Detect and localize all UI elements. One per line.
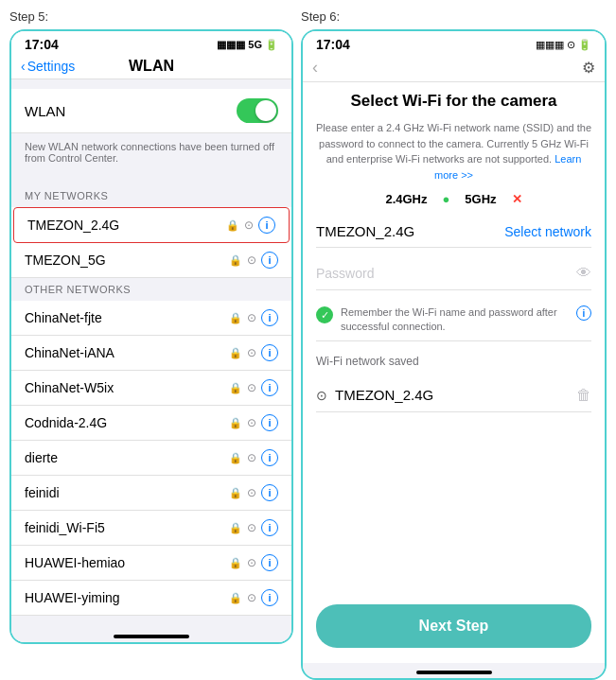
info-icon[interactable]: i xyxy=(261,589,278,606)
ghz-5-label: 5GHz xyxy=(465,192,496,206)
net-icons: 🔒 ⊙ i xyxy=(229,484,278,501)
step5-back-label: Settings xyxy=(27,59,76,74)
step5-nav-bar: ‹ Settings WLAN xyxy=(11,54,291,79)
step5-back-button[interactable]: ‹ Settings xyxy=(21,59,75,74)
next-step-button[interactable]: Next Step xyxy=(316,604,591,648)
s6-remember-row: ✓ Remember the Wi-Fi name and password a… xyxy=(316,300,591,341)
step6-battery-icon: 🔋 xyxy=(578,39,591,51)
info-icon[interactable]: i xyxy=(261,519,278,536)
step5-battery-icon: 🔋 xyxy=(265,39,278,51)
info-icon[interactable]: i xyxy=(261,554,278,571)
lock-icon: 🔒 xyxy=(229,382,242,394)
step6-home-indicator xyxy=(303,663,605,678)
info-icon-5g[interactable]: i xyxy=(261,252,278,269)
tmezon24-icons: 🔒 ⊙ i xyxy=(226,217,275,234)
s6-saved-row: ⊙ TMEZON_2.4G 🗑 xyxy=(316,379,591,412)
network-item[interactable]: ChinaNet-fjte 🔒 ⊙ i xyxy=(11,301,291,336)
s6-select-network-link[interactable]: Select network xyxy=(504,224,591,239)
network-item-tmezon24[interactable]: TMEZON_2.4G 🔒 ⊙ i xyxy=(13,207,290,243)
wifi-icon: ⊙ xyxy=(247,556,256,569)
s6-remember-text: Remember the Wi-Fi name and password aft… xyxy=(341,305,569,335)
net-icons: 🔒 ⊙ i xyxy=(229,414,278,431)
ghz-5-dot: ✕ xyxy=(512,192,522,206)
step5-phone-frame: 17:04 ▦▦▦ 5G 🔋 ‹ Settings WLAN xyxy=(9,29,293,644)
step6-signal-icon: ▦▦▦ xyxy=(536,39,564,51)
step6-right-icon[interactable]: ⚙ xyxy=(582,59,595,77)
network-item[interactable]: feinidi_Wi-Fi5 🔒 ⊙ i xyxy=(11,511,291,546)
network-item-tmezon5g[interactable]: TMEZON_5G 🔒 ⊙ i xyxy=(11,243,291,278)
step6-screen: 17:04 ▦▦▦ ⊙ 🔋 ‹ ⚙ Select Wi xyxy=(303,31,605,678)
network-item[interactable]: Codnida-2.4G 🔒 ⊙ i xyxy=(11,406,291,441)
lock-icon: 🔒 xyxy=(229,312,242,324)
my-networks-list: TMEZON_2.4G 🔒 ⊙ i TMEZON_5G 🔒 xyxy=(11,207,291,278)
lock-icon: 🔒 xyxy=(229,347,242,359)
step5-signal-icon: ▦▦▦ xyxy=(217,39,245,51)
wifi-icon: ⊙ xyxy=(247,451,256,464)
step5-network-type: 5G xyxy=(248,39,262,50)
network-name: Codnida-2.4G xyxy=(25,415,229,430)
network-name: ChinaNet-iANA xyxy=(25,345,229,360)
lock-icon: 🔒 xyxy=(229,592,242,604)
s6-spacer xyxy=(316,422,591,595)
lock-icon: 🔒 xyxy=(229,522,242,534)
lock-icon: 🔒 xyxy=(229,487,242,499)
step6-desc-text: Please enter a 2.4 GHz Wi-Fi network nam… xyxy=(316,122,591,165)
network-name: feinidi xyxy=(25,485,229,500)
s6-password-placeholder[interactable]: Password xyxy=(316,266,576,281)
step6-back-arrow[interactable]: ‹ xyxy=(312,58,318,78)
s6-saved-name: TMEZON_2.4G xyxy=(335,387,569,403)
s6-remember-check: ✓ xyxy=(316,306,333,323)
network-item[interactable]: dierte 🔒 ⊙ i xyxy=(11,441,291,476)
s6-info-icon[interactable]: i xyxy=(576,305,591,321)
s6-network-name: TMEZON_2.4G xyxy=(316,223,414,239)
step5-screen: 17:04 ▦▦▦ 5G 🔋 ‹ Settings WLAN xyxy=(11,31,291,642)
network-item[interactable]: ChinaNet-iANA 🔒 ⊙ i xyxy=(11,336,291,371)
other-networks-list: ChinaNet-fjte 🔒 ⊙ i ChinaNet-iANA xyxy=(11,301,291,616)
network-item[interactable]: HUAWEI-yiming 🔒 ⊙ i xyxy=(11,581,291,616)
step5-nav-title: WLAN xyxy=(129,58,174,75)
ghz-24-label: 2.4GHz xyxy=(385,192,427,206)
network-item[interactable]: ChinaNet-W5ix 🔒 ⊙ i xyxy=(11,371,291,406)
step5-back-arrow: ‹ xyxy=(21,59,26,74)
info-icon[interactable]: i xyxy=(261,449,278,466)
wifi-icon: ⊙ xyxy=(244,218,254,232)
network-name: HUAWEI-yiming xyxy=(25,590,229,605)
step5-status-icons: ▦▦▦ 5G 🔋 xyxy=(217,39,278,51)
step6-nav-bar: ‹ ⚙ xyxy=(303,54,605,82)
step6-wrapper: Step 6: 17:04 ▦▦▦ ⊙ 🔋 ‹ xyxy=(301,9,607,680)
wlan-label: WLAN xyxy=(25,103,65,119)
info-icon[interactable]: i xyxy=(261,344,278,361)
s6-eye-icon[interactable]: 👁 xyxy=(576,265,591,282)
lock-icon: 🔒 xyxy=(226,219,239,232)
other-networks-header: OTHER NETWORKS xyxy=(11,280,291,299)
wlan-notice: New WLAN network connections have been t… xyxy=(11,135,291,169)
step6-title: Select Wi-Fi for the camera xyxy=(316,92,591,111)
wifi-icon: ⊙ xyxy=(247,591,256,604)
wifi-icon: ⊙ xyxy=(247,346,256,359)
step6-body: Select Wi-Fi for the camera Please enter… xyxy=(303,82,605,663)
s6-trash-icon[interactable]: 🗑 xyxy=(576,387,591,404)
network-name-tmezon5g: TMEZON_5G xyxy=(25,253,229,268)
step6-status-bar: 17:04 ▦▦▦ ⊙ 🔋 xyxy=(303,31,605,54)
wifi-icon: ⊙ xyxy=(247,521,256,534)
network-item[interactable]: feinidi 🔒 ⊙ i xyxy=(11,476,291,511)
wlan-toggle[interactable] xyxy=(237,98,278,123)
info-icon[interactable]: i xyxy=(261,379,278,396)
info-icon[interactable]: i xyxy=(258,217,275,234)
net-icons: 🔒 ⊙ i xyxy=(229,379,278,396)
step6-time: 17:04 xyxy=(316,37,350,52)
step5-wrapper: Step 5: 17:04 ▦▦▦ 5G 🔋 xyxy=(9,9,293,680)
s6-saved-wifi-icon: ⊙ xyxy=(316,388,327,403)
info-icon[interactable]: i xyxy=(261,414,278,431)
network-item[interactable]: HUAWEI-hemiao 🔒 ⊙ i xyxy=(11,546,291,581)
network-name-tmezon24: TMEZON_2.4G xyxy=(27,218,226,233)
step5-time: 17:04 xyxy=(25,37,59,52)
tmezon5g-icons: 🔒 ⊙ i xyxy=(229,252,278,269)
info-icon[interactable]: i xyxy=(261,309,278,326)
net-icons: 🔒 ⊙ i xyxy=(229,589,278,606)
network-name: feinidi_Wi-Fi5 xyxy=(25,520,229,535)
s6-password-row: Password 👁 xyxy=(316,257,591,290)
wifi-icon: ⊙ xyxy=(247,311,256,324)
info-icon[interactable]: i xyxy=(261,484,278,501)
net-icons: 🔒 ⊙ i xyxy=(229,449,278,466)
